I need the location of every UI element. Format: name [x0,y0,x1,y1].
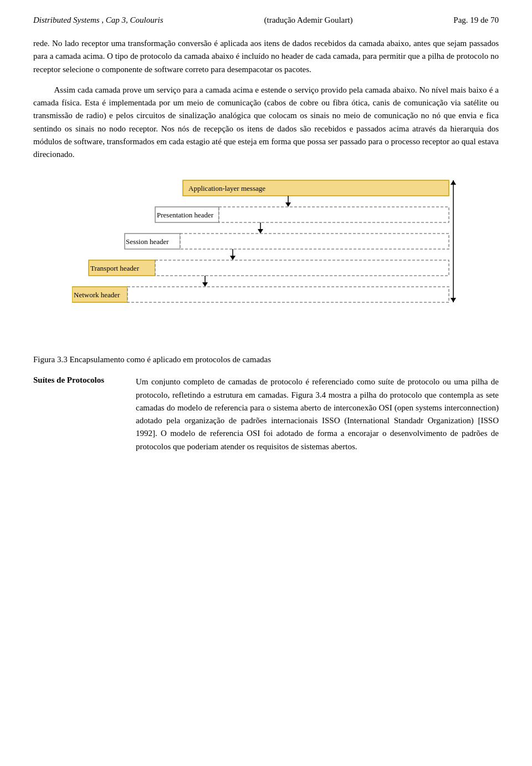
section-body: Um conjunto completo de camadas de proto… [136,376,499,453]
arrowhead-3 [230,256,236,260]
page: Distributed Systems , Cap 3, Coulouris (… [0,0,532,766]
trans-label: Transport header [90,264,140,272]
diagram-svg: Application-layer message Presentation h… [72,172,460,349]
trans-data-rect [155,260,449,276]
right-arrowhead-top [451,180,456,185]
app-label: Application-layer message [188,184,265,192]
figure-caption: Figura 3.3 Encapsulamento como é aplicad… [33,355,499,364]
diagram: Application-layer message Presentation h… [72,172,460,349]
sess-data-rect [180,234,449,249]
pres-label: Presentation header [157,211,214,219]
section-suites: Suítes de Protocolos Um conjunto complet… [33,376,499,453]
right-arrowhead-bot [451,298,456,302]
header-right: Pag. 19 de 70 [453,16,499,25]
arrowhead-1 [285,202,291,207]
sess-label: Session header [126,237,169,246]
header-center: (tradução Ademir Goulart) [264,16,352,25]
net-label: Network header [74,291,120,299]
page-header: Distributed Systems , Cap 3, Coulouris (… [33,16,499,25]
arrowhead-2 [258,229,263,234]
section-title: Suítes de Protocolos [33,376,125,453]
paragraph-1: rede. No lado receptor uma transformação… [33,37,499,76]
arrowhead-4 [202,282,208,287]
net-data-rect [127,287,449,302]
header-left: Distributed Systems , Cap 3, Coulouris [33,16,163,25]
paragraph-2: Assim cada camada prove um serviço para … [33,84,499,161]
pres-data-rect [219,207,449,222]
